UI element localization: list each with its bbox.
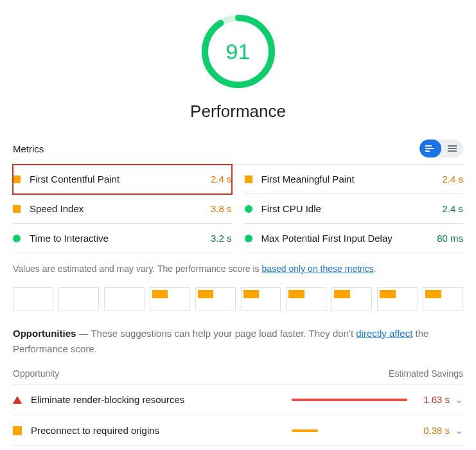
- opportunity-name: Preconnect to required origins: [31, 425, 292, 436]
- score-gauge: 91: [200, 13, 277, 90]
- metric-name: Max Potential First Input Delay: [261, 233, 437, 244]
- filmstrip-frame: [423, 287, 463, 310]
- metric-value: 2.4 s: [442, 203, 463, 214]
- filmstrip-frame: [58, 287, 99, 310]
- score-value: 91: [200, 13, 277, 90]
- chevron-down-icon: ⌄: [455, 393, 463, 406]
- filmstrip-frame: [241, 287, 281, 310]
- view-toggle: [419, 140, 463, 158]
- metric-name: Speed Index: [30, 203, 211, 214]
- square-warn-icon: [13, 205, 21, 213]
- col-opportunity: Opportunity: [13, 368, 59, 379]
- filmstrip-frame: [104, 287, 145, 310]
- filmstrip-frame: [150, 287, 190, 310]
- footnote-link[interactable]: based only on these metrics: [262, 264, 374, 274]
- filmstrip-frame: [13, 287, 53, 310]
- directly-affect-link[interactable]: directly affect: [356, 328, 412, 339]
- savings-value: 1.63 s: [415, 394, 450, 405]
- square-warn-icon: [13, 426, 22, 435]
- filmstrip-frame: [195, 287, 236, 310]
- metric-name: First Contentful Paint: [30, 174, 211, 184]
- metric-value: 80 ms: [437, 233, 463, 244]
- circle-pass-icon: [245, 205, 252, 213]
- metric-name: First CPU Idle: [261, 203, 443, 214]
- metric-row[interactable]: First Meaningful Paint2.4 s: [245, 165, 464, 194]
- metric-name: Time to Interactive: [30, 233, 211, 244]
- metric-name: First Meaningful Paint: [261, 174, 443, 184]
- page-title: Performance: [190, 102, 286, 122]
- metric-value: 3.2 s: [211, 233, 232, 244]
- opportunities-header: Opportunity Estimated Savings: [13, 363, 463, 384]
- square-warn-icon: [245, 176, 252, 183]
- metric-row[interactable]: First CPU Idle2.4 s: [245, 194, 464, 224]
- filmstrip: [13, 287, 463, 310]
- metric-row[interactable]: Max Potential First Input Delay80 ms: [245, 224, 464, 253]
- savings-value: 0.38 s: [415, 425, 450, 436]
- circle-pass-icon: [13, 235, 21, 242]
- metric-row[interactable]: First Contentful Paint2.4 s: [13, 165, 232, 194]
- filmstrip-frame: [377, 287, 418, 310]
- chevron-down-icon: ⌄: [455, 424, 463, 437]
- filmstrip-frame: [331, 287, 372, 310]
- circle-pass-icon: [245, 235, 252, 242]
- opportunity-row[interactable]: Eliminate render-blocking resources1.63 …: [13, 384, 463, 415]
- metric-row[interactable]: Time to Interactive3.2 s: [13, 224, 232, 253]
- list-short-icon: [425, 145, 436, 152]
- view-compact-button[interactable]: [419, 140, 441, 158]
- metric-value: 3.8 s: [211, 203, 232, 214]
- savings-bar: [292, 399, 407, 401]
- col-savings: Estimated Savings: [389, 368, 463, 379]
- metrics-footnote: Values are estimated and may vary. The p…: [13, 262, 463, 276]
- triangle-fail-icon: [13, 396, 22, 404]
- opportunities-intro: Opportunities — These suggestions can he…: [13, 326, 463, 357]
- list-icon: [447, 145, 457, 152]
- square-warn-icon: [13, 176, 21, 183]
- metric-row[interactable]: Speed Index3.8 s: [13, 194, 232, 224]
- filmstrip-frame: [286, 287, 326, 310]
- metrics-heading: Metrics: [13, 143, 44, 154]
- savings-bar: [292, 429, 407, 432]
- metric-value: 2.4 s: [211, 174, 232, 184]
- metric-value: 2.4 s: [442, 174, 463, 184]
- opportunity-row[interactable]: Preconnect to required origins0.38 s⌄: [13, 415, 463, 446]
- view-expanded-button[interactable]: [441, 140, 463, 158]
- opportunity-name: Eliminate render-blocking resources: [31, 394, 292, 405]
